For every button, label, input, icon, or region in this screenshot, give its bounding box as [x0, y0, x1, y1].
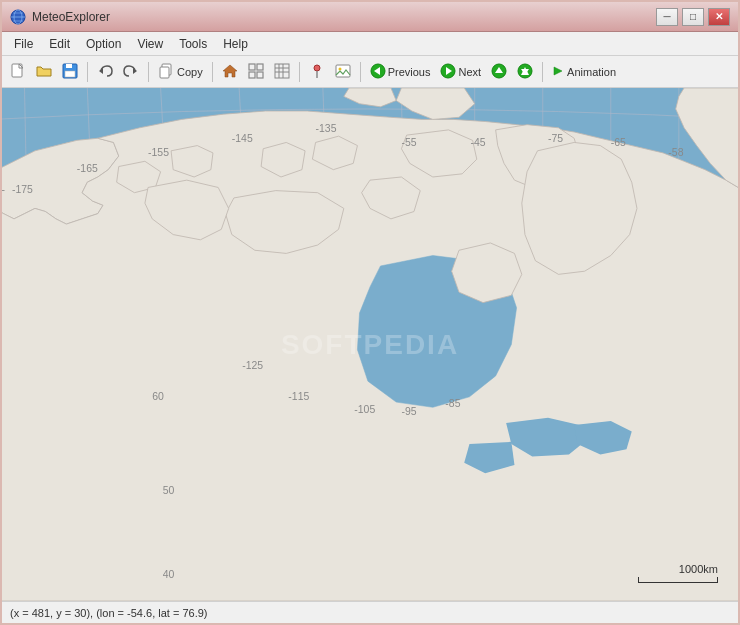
scale-label: 1000km [679, 563, 718, 575]
next-icon [440, 63, 456, 81]
menu-option[interactable]: Option [78, 35, 129, 53]
svg-text:60: 60 [152, 391, 164, 402]
grid2-button[interactable] [270, 60, 294, 84]
svg-text:-75: -75 [548, 133, 563, 144]
main-window: MeteoExplorer ─ □ ✕ File Edit Option Vie… [0, 0, 740, 625]
animation-play-icon [552, 65, 564, 79]
previous-label: Previous [388, 66, 431, 78]
scale-line [638, 577, 718, 583]
svg-text:-58: -58 [668, 147, 683, 158]
statusbar-text: (x = 481, y = 30), (lon = -54.6, lat = 7… [10, 607, 208, 619]
menu-tools[interactable]: Tools [171, 35, 215, 53]
separator-6 [542, 62, 543, 82]
svg-text:-115: -115 [288, 391, 309, 402]
svg-text:-45: -45 [471, 137, 486, 148]
svg-text:40: 40 [163, 569, 175, 580]
svg-rect-17 [257, 72, 263, 78]
scale-bar: 1000km [638, 563, 718, 583]
grid2-icon [274, 63, 290, 81]
title-controls: ─ □ ✕ [656, 8, 730, 26]
map-container[interactable]: -175 -165 -155 -145 -135 -125 -115 -105 … [2, 88, 738, 601]
next-button[interactable]: Next [436, 60, 485, 84]
image-button[interactable] [331, 60, 355, 84]
grid1-button[interactable] [244, 60, 268, 84]
redo-icon [123, 63, 139, 81]
minimize-button[interactable]: ─ [656, 8, 678, 26]
save-icon [62, 63, 78, 81]
menu-help[interactable]: Help [215, 35, 256, 53]
title-bar: MeteoExplorer ─ □ ✕ [2, 2, 738, 32]
window-title: MeteoExplorer [32, 10, 110, 24]
svg-text:-65: -65 [611, 137, 626, 148]
svg-rect-22 [275, 64, 289, 78]
nav-grow-button[interactable] [513, 60, 537, 84]
svg-rect-12 [160, 67, 169, 78]
app-icon [10, 9, 26, 25]
nav-up-button[interactable] [487, 60, 511, 84]
statusbar: (x = 481, y = 30), (lon = -54.6, lat = 7… [2, 601, 738, 623]
new-icon [10, 63, 26, 81]
svg-text:-155: -155 [148, 147, 169, 158]
nav-up-icon [491, 63, 507, 81]
separator-5 [360, 62, 361, 82]
svg-text:-105: -105 [354, 404, 375, 415]
svg-marker-36 [554, 67, 562, 75]
separator-4 [299, 62, 300, 82]
redo-button[interactable] [119, 60, 143, 84]
svg-text:-125: -125 [242, 360, 263, 371]
svg-text:-135: -135 [316, 123, 337, 134]
toolbar: Copy [2, 56, 738, 88]
home-button[interactable] [218, 60, 242, 84]
svg-rect-15 [257, 64, 263, 70]
undo-button[interactable] [93, 60, 117, 84]
image-icon [335, 63, 351, 81]
save-button[interactable] [58, 60, 82, 84]
copy-icon [158, 63, 174, 81]
animation-button[interactable]: Animation [548, 60, 620, 84]
previous-button[interactable]: Previous [366, 60, 435, 84]
svg-text:-175: -175 [12, 184, 33, 195]
title-bar-left: MeteoExplorer [10, 9, 110, 25]
grid1-icon [248, 63, 264, 81]
open-button[interactable] [32, 60, 56, 84]
copy-button[interactable]: Copy [154, 60, 207, 84]
menu-file[interactable]: File [6, 35, 41, 53]
menubar: File Edit Option View Tools Help [2, 32, 738, 56]
previous-icon [370, 63, 386, 81]
svg-point-23 [314, 65, 320, 71]
svg-text:-: - [2, 184, 5, 195]
close-button[interactable]: ✕ [708, 8, 730, 26]
pin-icon [309, 63, 325, 81]
pin-button[interactable] [305, 60, 329, 84]
svg-rect-16 [249, 72, 255, 78]
maximize-button[interactable]: □ [682, 8, 704, 26]
svg-rect-7 [66, 64, 72, 68]
svg-rect-14 [249, 64, 255, 70]
svg-point-26 [338, 67, 341, 70]
animation-label: Animation [567, 66, 616, 78]
copy-label: Copy [177, 66, 203, 78]
next-label: Next [458, 66, 481, 78]
svg-marker-13 [223, 65, 237, 77]
undo-icon [97, 63, 113, 81]
open-icon [36, 63, 52, 81]
map-svg: -175 -165 -155 -145 -135 -125 -115 -105 … [2, 88, 738, 601]
svg-text:50: 50 [163, 485, 175, 496]
svg-rect-8 [65, 71, 75, 77]
nav-grow-icon [517, 63, 533, 81]
svg-text:-95: -95 [401, 406, 416, 417]
menu-edit[interactable]: Edit [41, 35, 78, 53]
svg-text:-85: -85 [445, 398, 460, 409]
home-icon [222, 63, 238, 81]
menu-view[interactable]: View [129, 35, 171, 53]
svg-text:-55: -55 [401, 137, 416, 148]
separator-3 [212, 62, 213, 82]
separator-1 [87, 62, 88, 82]
svg-text:-145: -145 [232, 133, 253, 144]
new-button[interactable] [6, 60, 30, 84]
svg-rect-25 [336, 65, 350, 77]
svg-text:-165: -165 [77, 163, 98, 174]
separator-2 [148, 62, 149, 82]
